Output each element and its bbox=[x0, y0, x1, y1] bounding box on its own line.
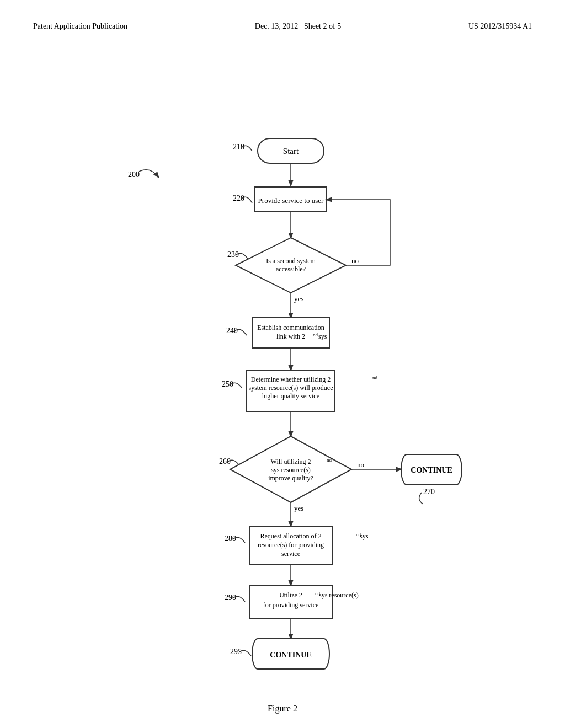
decision1-no-label: no bbox=[351, 256, 359, 265]
start-label: Start bbox=[283, 147, 299, 156]
label-270: 270 bbox=[423, 488, 435, 496]
decision1-label-line1: Is a second system bbox=[266, 257, 316, 265]
header-center: Dec. 13, 2012 Sheet 2 of 5 bbox=[255, 22, 341, 31]
curl-270 bbox=[419, 493, 423, 504]
determine-label3: higher quality service bbox=[262, 392, 319, 400]
establish-label2: link with 2 bbox=[276, 333, 305, 340]
decision2-no-label: no bbox=[357, 461, 364, 469]
utilize-label1-sys: sys resource(s) bbox=[319, 591, 359, 599]
header-right: US 2012/315934 A1 bbox=[468, 22, 532, 31]
establish-label1: Establish communication bbox=[257, 324, 324, 331]
diagram-svg: 200 210 Start 220 Provide service to use… bbox=[76, 58, 489, 693]
decision2-label2: sys resource(s) bbox=[271, 466, 311, 474]
request-label1-sys: sys bbox=[360, 532, 369, 540]
arrow-no-feedback bbox=[327, 200, 390, 265]
request-label3: service bbox=[281, 550, 300, 558]
decision1-label-line2: accessible? bbox=[276, 265, 306, 273]
decision2-label1-sup: nd bbox=[327, 457, 332, 463]
determine-label2: system resource(s) will produce bbox=[249, 384, 333, 392]
arrow-200 bbox=[139, 170, 158, 177]
continue1-label: CONTINUE bbox=[411, 466, 452, 474]
request-label2: resource(s) for providing bbox=[258, 541, 324, 549]
decision1-yes-label: yes bbox=[294, 295, 303, 303]
establish-label2-sys: sys bbox=[318, 333, 327, 340]
decision2-label3: improve quality? bbox=[268, 474, 313, 482]
figure-caption: Figure 2 bbox=[268, 704, 297, 714]
utilize-label1: Utilize 2 bbox=[279, 591, 302, 599]
provide-label: Provide service to user bbox=[258, 196, 324, 205]
determine-label1-sup: nd bbox=[372, 375, 378, 381]
decision2-label1: Will utilizing 2 bbox=[271, 458, 311, 465]
flowchart: 200 210 Start 220 Provide service to use… bbox=[33, 58, 532, 714]
page-header: Patent Application Publication Dec. 13, … bbox=[33, 22, 532, 31]
continue2-label: CONTINUE bbox=[270, 651, 311, 659]
page: Patent Application Publication Dec. 13, … bbox=[0, 0, 565, 728]
request-label1: Request allocation of 2 bbox=[260, 532, 322, 540]
determine-label1: Determine whether utilizing 2 bbox=[251, 376, 331, 383]
decision2-yes-label: yes bbox=[294, 504, 303, 512]
establish-label2-sup: nd bbox=[313, 332, 318, 338]
header-left: Patent Application Publication bbox=[33, 22, 127, 31]
utilize-label2: for providing service bbox=[263, 601, 319, 609]
label-200: 200 bbox=[128, 170, 140, 179]
